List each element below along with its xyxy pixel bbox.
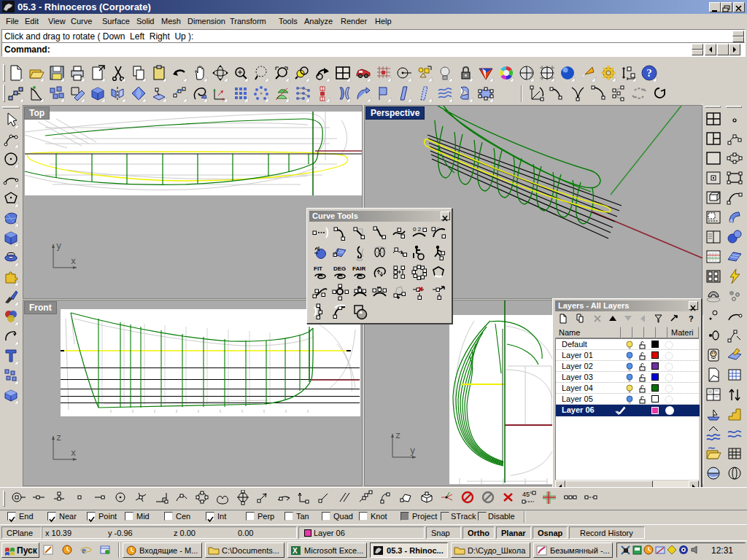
- svg-text:?: ?: [646, 67, 652, 79]
- svg-text:x: x: [71, 257, 76, 267]
- svg-text:y: y: [410, 446, 415, 456]
- svg-text:0 2: 0 2: [413, 226, 422, 233]
- svg-text:z: z: [395, 431, 400, 441]
- svg-text:DEG: DEG: [333, 265, 346, 272]
- svg-text:45°: 45°: [522, 491, 533, 498]
- svg-text:?: ?: [689, 314, 694, 323]
- svg-text:X: X: [293, 547, 298, 555]
- svg-text:y: y: [56, 241, 61, 252]
- svg-text:FIT: FIT: [314, 265, 322, 272]
- svg-text:x: x: [71, 448, 76, 459]
- svg-text:FAIR: FAIR: [352, 265, 365, 272]
- svg-text:e: e: [82, 545, 86, 556]
- svg-text:z: z: [56, 433, 61, 443]
